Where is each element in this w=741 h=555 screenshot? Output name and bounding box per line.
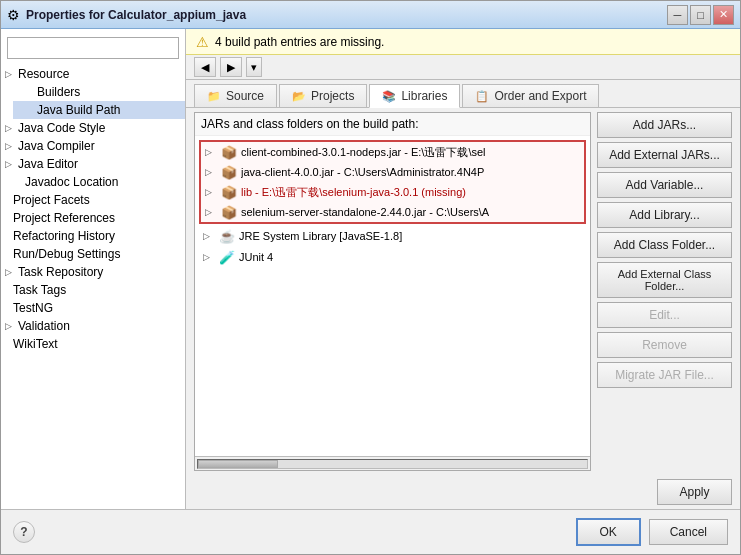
expand-icon: ▷ (203, 252, 215, 262)
sidebar-item-label: Javadoc Location (25, 175, 118, 189)
content-area: ▷ Resource Builders Java Build Path ▷ Ja… (1, 29, 740, 509)
sidebar-item-testng[interactable]: TestNG (1, 299, 185, 317)
scrollbar-track[interactable] (197, 459, 588, 469)
sidebar-item-label: WikiText (13, 337, 58, 351)
add-variable-button[interactable]: Add Variable... (597, 172, 732, 198)
jar-icon: 📦 (221, 145, 237, 160)
tab-source[interactable]: 📁 Source (194, 84, 277, 107)
list-item[interactable]: ▷ ☕ JRE System Library [JavaSE-1.8] (199, 226, 586, 246)
sidebar-item-label: Java Code Style (18, 121, 105, 135)
sidebar-item-label: Task Repository (18, 265, 103, 279)
edit-button[interactable]: Edit... (597, 302, 732, 328)
source-icon: 📁 (207, 90, 221, 103)
jar-icon: 📦 (221, 165, 237, 180)
list-item[interactable]: ▷ 📦 selenium-server-standalone-2.44.0.ja… (201, 202, 584, 222)
jar-label: JRE System Library [JavaSE-1.8] (239, 230, 402, 242)
sidebar-item-java-editor[interactable]: ▷ Java Editor (1, 155, 185, 173)
expand-icon: ▷ (205, 167, 217, 177)
sidebar-item-project-references[interactable]: Project References (1, 209, 185, 227)
libraries-icon: 📚 (382, 90, 396, 103)
scrollbar-thumb[interactable] (198, 460, 278, 468)
sidebar-item-label: Resource (18, 67, 69, 81)
missing-jars-group: ▷ 📦 client-combined-3.0.1-nodeps.jar - E… (199, 140, 586, 224)
maximize-button[interactable]: □ (690, 5, 711, 25)
list-item[interactable]: ▷ 📦 client-combined-3.0.1-nodeps.jar - E… (201, 142, 584, 162)
sidebar-item-label: Java Editor (18, 157, 78, 171)
forward-button[interactable]: ▶ (220, 57, 242, 77)
apply-button[interactable]: Apply (657, 479, 732, 505)
expand-icon: ▷ (5, 141, 12, 151)
expand-icon: ▷ (5, 267, 12, 277)
search-input[interactable] (7, 37, 179, 59)
sidebar-item-java-build-path[interactable]: Java Build Path (13, 101, 185, 119)
sidebar-item-label: Refactoring History (13, 229, 115, 243)
help-button[interactable]: ? (13, 521, 35, 543)
jar-label: client-combined-3.0.1-nodeps.jar - E:\迅雷… (241, 145, 486, 160)
expand-icon: ▷ (203, 231, 215, 241)
jar-icon: 📦 (221, 205, 237, 220)
sidebar-item-javadoc-location[interactable]: Javadoc Location (1, 173, 185, 191)
add-external-class-folder-button[interactable]: Add External Class Folder... (597, 262, 732, 298)
buttons-panel: Add JARs... Add External JARs... Add Var… (597, 112, 732, 471)
sidebar-item-label: Validation (18, 319, 70, 333)
properties-window: ⚙ Properties for Calculator_appium_java … (0, 0, 741, 555)
sidebar-item-wikitext[interactable]: WikiText (1, 335, 185, 353)
sidebar-item-builders[interactable]: Builders (13, 83, 185, 101)
horizontal-scrollbar[interactable] (195, 456, 590, 470)
tab-libraries-label: Libraries (401, 89, 447, 103)
sidebar-item-refactoring-history[interactable]: Refactoring History (1, 227, 185, 245)
expand-icon: ▷ (205, 207, 217, 217)
sidebar: ▷ Resource Builders Java Build Path ▷ Ja… (1, 29, 186, 509)
tab-libraries[interactable]: 📚 Libraries (369, 84, 460, 108)
list-item[interactable]: ▷ 🧪 JUnit 4 (199, 247, 586, 267)
sidebar-item-label: Java Compiler (18, 139, 95, 153)
expand-icon: ▷ (5, 159, 12, 169)
expand-icon: ▷ (5, 69, 12, 79)
sidebar-item-task-repository[interactable]: ▷ Task Repository (1, 263, 185, 281)
window-icon: ⚙ (7, 7, 20, 23)
sidebar-item-project-facets[interactable]: Project Facets (1, 191, 185, 209)
back-button[interactable]: ◀ (194, 57, 216, 77)
jar-label: lib - E:\迅雷下载\selenium-java-3.0.1 (missi… (241, 185, 466, 200)
expand-icon: ▷ (5, 321, 12, 331)
list-item[interactable]: ▷ 📦 lib - E:\迅雷下载\selenium-java-3.0.1 (m… (201, 182, 584, 202)
help-area: ? (13, 521, 568, 543)
tabs-nav: 📁 Source 📂 Projects 📚 Libraries 📋 Order … (186, 80, 740, 108)
nav-bar: ◀ ▶ ▾ (186, 55, 740, 80)
expand-icon: ▷ (5, 123, 12, 133)
jre-icon: ☕ (219, 229, 235, 244)
jar-list-header: JARs and class folders on the build path… (201, 117, 418, 131)
window-controls: ─ □ ✕ (667, 5, 734, 25)
ok-button[interactable]: OK (576, 518, 641, 546)
warning-bar: ⚠ 4 build path entries are missing. (186, 29, 740, 55)
sidebar-item-task-tags[interactable]: Task Tags (1, 281, 185, 299)
tab-order-export[interactable]: 📋 Order and Export (462, 84, 599, 107)
sidebar-item-validation[interactable]: ▷ Validation (1, 317, 185, 335)
tab-projects[interactable]: 📂 Projects (279, 84, 367, 107)
sidebar-item-label: Task Tags (13, 283, 66, 297)
sidebar-item-run-debug-settings[interactable]: Run/Debug Settings (1, 245, 185, 263)
sidebar-item-label: TestNG (13, 301, 53, 315)
dropdown-button[interactable]: ▾ (246, 57, 262, 77)
sidebar-item-label: Project References (13, 211, 115, 225)
migrate-jar-button[interactable]: Migrate JAR File... (597, 362, 732, 388)
bottom-bar: ? OK Cancel (1, 509, 740, 554)
jar-label: java-client-4.0.0.jar - C:\Users\Adminis… (241, 166, 484, 178)
add-library-button[interactable]: Add Library... (597, 202, 732, 228)
warning-icon: ⚠ (196, 34, 209, 50)
add-jars-button[interactable]: Add JARs... (597, 112, 732, 138)
add-class-folder-button[interactable]: Add Class Folder... (597, 232, 732, 258)
remove-button[interactable]: Remove (597, 332, 732, 358)
minimize-button[interactable]: ─ (667, 5, 688, 25)
close-button[interactable]: ✕ (713, 5, 734, 25)
order-export-icon: 📋 (475, 90, 489, 103)
list-item[interactable]: ▷ 📦 java-client-4.0.0.jar - C:\Users\Adm… (201, 162, 584, 182)
jar-label: selenium-server-standalone-2.44.0.jar - … (241, 206, 489, 218)
add-external-jars-button[interactable]: Add External JARs... (597, 142, 732, 168)
sidebar-item-resource[interactable]: ▷ Resource (1, 65, 185, 83)
warning-text: 4 build path entries are missing. (215, 35, 384, 49)
sidebar-item-java-compiler[interactable]: ▷ Java Compiler (1, 137, 185, 155)
cancel-button[interactable]: Cancel (649, 519, 728, 545)
tab-content-area: JARs and class folders on the build path… (186, 108, 740, 475)
sidebar-item-java-code-style[interactable]: ▷ Java Code Style (1, 119, 185, 137)
